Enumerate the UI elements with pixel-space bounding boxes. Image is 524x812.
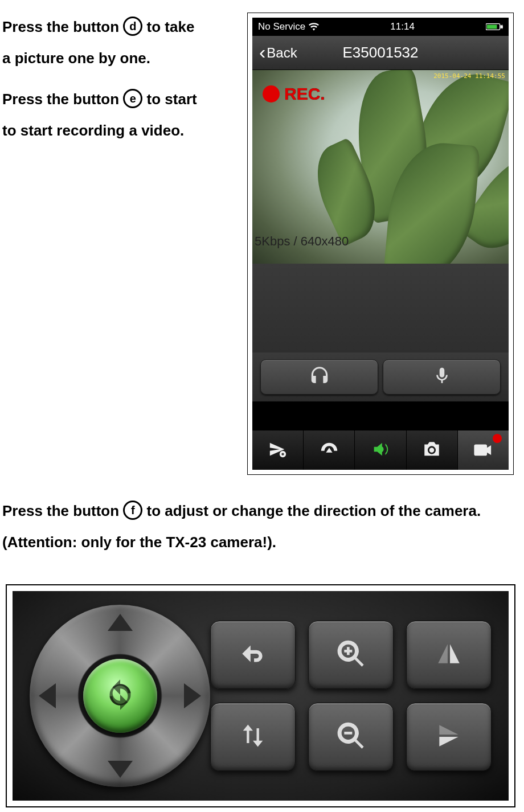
tab-settings[interactable] [252, 430, 304, 470]
microphone-icon [432, 365, 452, 389]
zoom-in-icon [335, 638, 367, 672]
phone-screen: No Service 11:14 ‹ [252, 18, 509, 470]
dpad-right[interactable] [184, 683, 201, 708]
flip-horizontal-button[interactable] [406, 621, 492, 689]
bottom-tab-bar [252, 430, 509, 470]
speaker-icon [371, 440, 390, 461]
direction-panel [13, 591, 509, 801]
camera-icon [421, 440, 442, 461]
undo-arrow-icon [236, 639, 270, 670]
back-button[interactable]: ‹ Back [252, 43, 304, 63]
text: Press the button [2, 91, 123, 108]
mid-spacer [252, 264, 509, 352]
instruction-take-picture: Press the button d to take a picture one… [2, 11, 205, 73]
service-text: No Service [258, 21, 305, 32]
live-video-view[interactable]: REC. 2015-04-24 11:14:55 5Kbps / 640x480 [252, 70, 509, 264]
dpad-down[interactable] [108, 761, 133, 778]
status-bar: No Service 11:14 [252, 18, 509, 36]
f-icon: f [123, 501, 142, 520]
headphones-icon [309, 365, 330, 389]
record-badge-icon [493, 434, 502, 443]
video-timestamp: 2015-04-24 11:14:55 [433, 72, 505, 80]
rotate-left-button[interactable] [210, 621, 296, 689]
clock: 11:14 [390, 21, 415, 32]
zoom-out-button[interactable] [308, 703, 394, 771]
tab-dashboard[interactable] [304, 430, 355, 470]
listen-button[interactable] [260, 359, 378, 395]
flip-vertical-button[interactable] [406, 703, 492, 771]
svg-point-4 [281, 453, 284, 455]
tab-record[interactable] [458, 430, 509, 470]
record-dot-icon [263, 85, 280, 102]
flip-horizontal-icon [433, 639, 465, 670]
instructions-top: Press the button d to take a picture one… [0, 11, 205, 146]
direction-panel-frame [6, 584, 515, 807]
direction-button-grid [210, 621, 492, 771]
audio-controls-row [252, 352, 509, 401]
video-meta: 5Kbps / 640x480 [255, 234, 349, 249]
video-camera-icon [472, 440, 494, 461]
svg-rect-1 [487, 24, 497, 28]
dpad-left[interactable] [39, 683, 56, 708]
nav-bar: ‹ Back E35001532 [252, 36, 509, 70]
chevron-left-icon: ‹ [259, 42, 265, 61]
instruction-direction: Press the button f to adjust or change t… [2, 495, 514, 557]
zoom-in-button[interactable] [308, 621, 394, 689]
instruction-record-video: Press the button e to start to start rec… [2, 84, 205, 146]
swap-vertical-button[interactable] [210, 703, 296, 771]
svg-rect-2 [501, 25, 502, 28]
status-right [486, 23, 503, 31]
d-icon: d [123, 17, 142, 36]
refresh-icon [102, 676, 138, 715]
wifi-icon [309, 23, 319, 31]
tab-sound[interactable] [355, 430, 406, 470]
dpad-up[interactable] [108, 614, 133, 631]
gauge-icon [320, 440, 339, 461]
rec-label: REC. [284, 84, 325, 104]
dpad-center-button[interactable] [83, 659, 157, 733]
zoom-out-icon [335, 720, 367, 754]
back-label: Back [267, 45, 297, 61]
tab-snapshot[interactable] [407, 430, 458, 470]
recording-indicator: REC. [263, 84, 325, 104]
text: Press the button [2, 18, 123, 35]
status-left: No Service [258, 21, 319, 32]
swap-vertical-icon [238, 720, 268, 754]
phone-screenshot-frame: No Service 11:14 ‹ [247, 13, 514, 475]
direction-pad [30, 605, 210, 787]
flip-vertical-icon [433, 721, 465, 752]
location-settings-icon [268, 440, 288, 461]
e-icon: e [123, 89, 142, 108]
text: Press the button [2, 502, 123, 519]
battery-charging-icon [486, 23, 503, 31]
talk-button[interactable] [383, 359, 501, 395]
